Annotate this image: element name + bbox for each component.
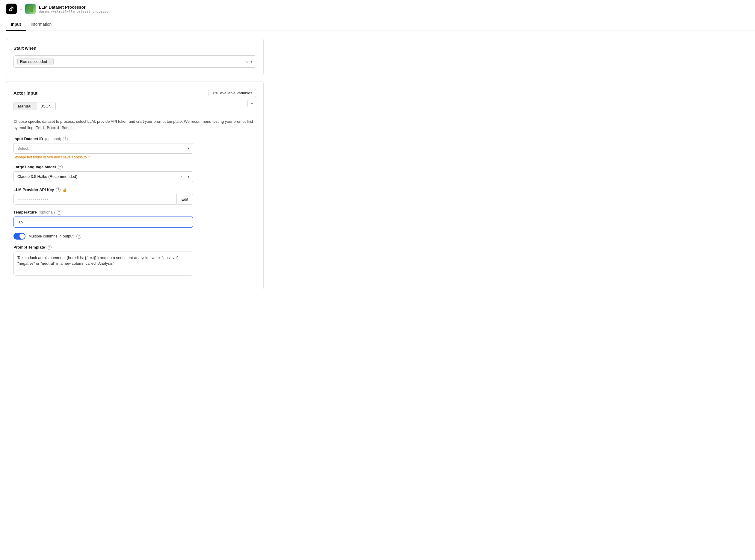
dataset-id-field: Input Dataset ID (optional) ? Select... … [14,137,256,159]
app-header: » 🌿 LLM Dataset Processor dusan.vystrcil… [0,0,755,18]
api-key-dots: •••••••••••••••• [14,194,176,204]
test-prompt-mode-code: Test Prompt Mode [35,125,72,130]
app-icon: 🌿 [25,4,36,14]
llm-arrow-icon[interactable]: ▾ [188,175,189,179]
lock-icon[interactable]: 🔒 [62,187,67,192]
available-variables-button[interactable]: </> Available variables [209,88,256,97]
multiple-columns-toggle[interactable] [14,233,25,240]
temperature-input[interactable] [14,217,193,227]
api-key-input-wrapper: •••••••••••••••• Edit [14,194,193,204]
input-mode-tabs: Manual JSON [14,102,56,110]
llm-divider [185,174,185,179]
api-key-field: LLM Provider API Key ? 🔒 •••••••••••••••… [14,187,256,204]
actor-input-description: Choose specific dataset to process, sele… [14,119,256,131]
actor-input-header: Actor input </> Available variables [14,88,256,97]
tab-bar: Input Information [0,18,755,31]
main-content: Start when Run succeeded × × ▾ Actor inp… [0,31,270,302]
tag-label: Run succeeded [20,59,47,64]
prompt-template-textarea[interactable]: Take a look at this comment (here it is:… [14,252,193,276]
dataset-id-select[interactable]: Select... ▾ [14,143,193,154]
toggle-thumb [19,234,25,239]
llm-select[interactable]: Claude 3.5 Haiku (Recommended) × ▾ [14,171,193,182]
dataset-id-placeholder: Select... [17,146,32,151]
api-key-edit-button[interactable]: Edit [176,194,193,204]
start-when-title: Start when [14,45,256,51]
selector-clear-btn[interactable]: × [246,59,248,64]
dataset-id-error: Storage not found or you don't have acce… [14,155,256,159]
prompt-template-label: Prompt Template ? [14,245,256,250]
selector-controls: × ▾ [246,59,252,64]
dataset-id-arrow-icon: ▾ [188,146,189,150]
llm-field: Large Language Model ? Claude 3.5 Haiku … [14,165,256,182]
selector-dropdown-btn[interactable]: ▾ [250,60,252,64]
llm-clear-icon[interactable]: × [180,174,182,179]
app-subtitle: dusan.vystrcil/llm-dataset-processor [39,9,110,14]
tab-information[interactable]: Information [26,18,56,31]
prompt-template-field: Prompt Template ? Take a look at this co… [14,245,256,276]
llm-select-controls: × ▾ [180,174,189,179]
actor-input-title: Actor input [14,91,37,96]
dataset-id-label: Input Dataset ID (optional) ? [14,137,256,141]
tag-close-btn[interactable]: × [49,60,51,64]
available-vars-label: Available variables [220,91,252,95]
llm-help-icon[interactable]: ? [58,165,63,169]
multiple-columns-row: Multiple columns in output ? [14,233,256,240]
start-when-tags: Run succeeded × [17,58,54,65]
dataset-id-help-icon[interactable]: ? [63,137,68,141]
actor-input-card: Actor input </> Available variables Manu… [6,81,264,289]
run-succeeded-tag: Run succeeded × [17,58,54,65]
mode-tab-manual[interactable]: Manual [14,102,36,110]
temperature-field: Temperature (optional) ? [14,210,256,227]
start-when-card: Start when Run succeeded × × ▾ [6,38,264,75]
multiple-columns-help-icon[interactable]: ? [76,234,81,239]
app-title: LLM Dataset Processor [39,5,110,9]
llm-value: Claude 3.5 Haiku (Recommended) [17,174,77,179]
code-icon: </> [212,91,218,95]
breadcrumb-separator: » [20,6,22,12]
temperature-help-icon[interactable]: ? [57,210,61,215]
prompt-template-help-icon[interactable]: ? [47,245,52,250]
temperature-label: Temperature (optional) ? [14,210,256,215]
multiple-columns-label: Multiple columns in output [28,234,73,238]
expand-button[interactable]: » [248,100,256,107]
api-key-label: LLM Provider API Key ? 🔒 [14,187,256,192]
tab-input[interactable]: Input [6,18,26,31]
tiktok-logo [6,4,17,14]
app-info: LLM Dataset Processor dusan.vystrcil/llm… [39,5,110,14]
start-when-selector[interactable]: Run succeeded × × ▾ [14,55,256,68]
llm-label: Large Language Model ? [14,165,256,169]
mode-tab-json[interactable]: JSON [37,102,56,110]
api-key-help-icon[interactable]: ? [56,187,60,192]
